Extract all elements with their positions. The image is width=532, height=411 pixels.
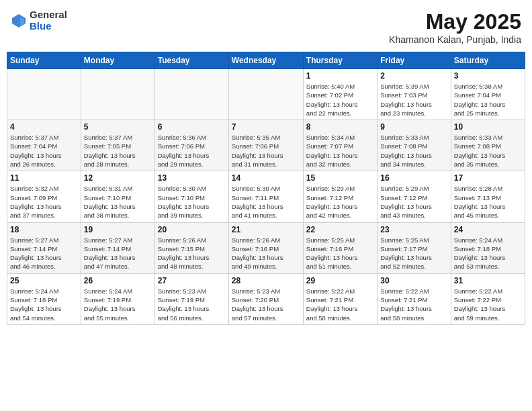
calendar-cell: 7Sunrise: 5:35 AM Sunset: 7:06 PM Daylig… xyxy=(228,120,303,171)
logo-text: General Blue xyxy=(30,9,67,32)
day-info: Sunrise: 5:37 AM Sunset: 7:04 PM Dayligh… xyxy=(10,133,78,169)
day-number: 19 xyxy=(84,225,152,234)
day-info: Sunrise: 5:24 AM Sunset: 7:18 PM Dayligh… xyxy=(454,236,522,271)
weekday-header-friday: Friday xyxy=(378,52,451,69)
day-number: 14 xyxy=(232,173,300,183)
day-info: Sunrise: 5:37 AM Sunset: 7:05 PM Dayligh… xyxy=(84,133,152,169)
day-number: 24 xyxy=(454,225,522,234)
logo-blue-text: Blue xyxy=(30,21,67,32)
day-info: Sunrise: 5:35 AM Sunset: 7:06 PM Dayligh… xyxy=(232,133,300,169)
calendar-cell: 6Sunrise: 5:36 AM Sunset: 7:06 PM Daylig… xyxy=(154,120,228,171)
title-block: May 2025 Khamanon Kalan, Punjab, India xyxy=(389,9,521,45)
day-number: 13 xyxy=(158,173,226,183)
day-info: Sunrise: 5:33 AM Sunset: 7:08 PM Dayligh… xyxy=(454,133,522,169)
calendar-cell: 8Sunrise: 5:34 AM Sunset: 7:07 PM Daylig… xyxy=(303,120,377,171)
calendar-cell: 21Sunrise: 5:26 AM Sunset: 7:16 PM Dayli… xyxy=(228,222,303,273)
weekday-header-row: SundayMondayTuesdayWednesdayThursdayFrid… xyxy=(7,52,525,69)
calendar-cell: 15Sunrise: 5:29 AM Sunset: 7:12 PM Dayli… xyxy=(303,171,377,222)
month-title: May 2025 xyxy=(389,9,521,34)
week-row-2: 4Sunrise: 5:37 AM Sunset: 7:04 PM Daylig… xyxy=(7,120,525,171)
day-info: Sunrise: 5:22 AM Sunset: 7:21 PM Dayligh… xyxy=(380,287,447,322)
calendar-cell: 14Sunrise: 5:30 AM Sunset: 7:11 PM Dayli… xyxy=(228,171,303,222)
calendar-cell: 19Sunrise: 5:27 AM Sunset: 7:14 PM Dayli… xyxy=(81,222,154,273)
calendar-cell: 23Sunrise: 5:25 AM Sunset: 7:17 PM Dayli… xyxy=(378,222,451,273)
day-info: Sunrise: 5:24 AM Sunset: 7:18 PM Dayligh… xyxy=(10,287,78,322)
calendar-cell: 18Sunrise: 5:27 AM Sunset: 7:14 PM Dayli… xyxy=(7,222,81,273)
day-info: Sunrise: 5:36 AM Sunset: 7:06 PM Dayligh… xyxy=(158,133,226,169)
day-info: Sunrise: 5:33 AM Sunset: 7:08 PM Dayligh… xyxy=(380,133,447,169)
weekday-header-saturday: Saturday xyxy=(451,52,525,69)
calendar-cell: 25Sunrise: 5:24 AM Sunset: 7:18 PM Dayli… xyxy=(7,273,81,324)
day-info: Sunrise: 5:29 AM Sunset: 7:12 PM Dayligh… xyxy=(306,184,374,220)
day-info: Sunrise: 5:28 AM Sunset: 7:13 PM Dayligh… xyxy=(454,184,522,220)
calendar-cell: 9Sunrise: 5:33 AM Sunset: 7:08 PM Daylig… xyxy=(378,120,451,171)
week-row-4: 18Sunrise: 5:27 AM Sunset: 7:14 PM Dayli… xyxy=(7,222,525,273)
page-header: General Blue May 2025 Khamanon Kalan, Pu… xyxy=(7,7,525,48)
day-info: Sunrise: 5:23 AM Sunset: 7:20 PM Dayligh… xyxy=(232,287,300,322)
day-number: 22 xyxy=(306,225,374,234)
day-number: 23 xyxy=(380,225,447,234)
calendar-cell: 5Sunrise: 5:37 AM Sunset: 7:05 PM Daylig… xyxy=(81,120,154,171)
calendar-cell: 10Sunrise: 5:33 AM Sunset: 7:08 PM Dayli… xyxy=(451,120,525,171)
logo: General Blue xyxy=(11,9,67,32)
day-info: Sunrise: 5:24 AM Sunset: 7:19 PM Dayligh… xyxy=(84,287,152,322)
calendar-cell: 31Sunrise: 5:22 AM Sunset: 7:22 PM Dayli… xyxy=(451,273,525,324)
day-number: 21 xyxy=(232,225,300,234)
day-number: 5 xyxy=(84,122,152,132)
week-row-5: 25Sunrise: 5:24 AM Sunset: 7:18 PM Dayli… xyxy=(7,273,525,324)
day-number: 20 xyxy=(158,225,226,234)
calendar-cell: 28Sunrise: 5:23 AM Sunset: 7:20 PM Dayli… xyxy=(228,273,303,324)
calendar-cell: 24Sunrise: 5:24 AM Sunset: 7:18 PM Dayli… xyxy=(451,222,525,273)
day-info: Sunrise: 5:23 AM Sunset: 7:19 PM Dayligh… xyxy=(158,287,226,322)
day-number: 6 xyxy=(158,122,226,132)
calendar-cell xyxy=(81,69,154,120)
day-number: 3 xyxy=(454,71,522,81)
day-number: 17 xyxy=(454,173,522,183)
day-number: 25 xyxy=(10,276,78,285)
day-number: 12 xyxy=(84,173,152,183)
calendar-cell: 17Sunrise: 5:28 AM Sunset: 7:13 PM Dayli… xyxy=(451,171,525,222)
weekday-header-sunday: Sunday xyxy=(7,52,81,69)
day-number: 16 xyxy=(380,173,447,183)
day-number: 7 xyxy=(232,122,300,132)
calendar-cell: 16Sunrise: 5:29 AM Sunset: 7:12 PM Dayli… xyxy=(378,171,451,222)
calendar-cell: 1Sunrise: 5:40 AM Sunset: 7:02 PM Daylig… xyxy=(303,69,377,120)
day-number: 28 xyxy=(232,276,300,285)
day-number: 10 xyxy=(454,122,522,132)
day-info: Sunrise: 5:39 AM Sunset: 7:03 PM Dayligh… xyxy=(380,82,447,118)
day-number: 30 xyxy=(380,276,447,285)
calendar-cell: 3Sunrise: 5:38 AM Sunset: 7:04 PM Daylig… xyxy=(451,69,525,120)
day-info: Sunrise: 5:38 AM Sunset: 7:04 PM Dayligh… xyxy=(454,82,522,118)
weekday-header-tuesday: Tuesday xyxy=(154,52,228,69)
calendar-cell xyxy=(7,69,81,120)
day-info: Sunrise: 5:30 AM Sunset: 7:10 PM Dayligh… xyxy=(158,184,226,220)
day-number: 29 xyxy=(306,276,374,285)
day-info: Sunrise: 5:22 AM Sunset: 7:21 PM Dayligh… xyxy=(306,287,374,322)
calendar-cell: 22Sunrise: 5:25 AM Sunset: 7:16 PM Dayli… xyxy=(303,222,377,273)
day-info: Sunrise: 5:22 AM Sunset: 7:22 PM Dayligh… xyxy=(454,287,522,322)
calendar-cell: 29Sunrise: 5:22 AM Sunset: 7:21 PM Dayli… xyxy=(303,273,377,324)
week-row-1: 1Sunrise: 5:40 AM Sunset: 7:02 PM Daylig… xyxy=(7,69,525,120)
calendar-table: SundayMondayTuesdayWednesdayThursdayFrid… xyxy=(7,52,525,325)
day-info: Sunrise: 5:26 AM Sunset: 7:15 PM Dayligh… xyxy=(158,236,226,271)
day-number: 31 xyxy=(454,276,522,285)
day-number: 9 xyxy=(380,122,447,132)
calendar-cell: 11Sunrise: 5:32 AM Sunset: 7:09 PM Dayli… xyxy=(7,171,81,222)
day-number: 8 xyxy=(306,122,374,132)
calendar-cell: 20Sunrise: 5:26 AM Sunset: 7:15 PM Dayli… xyxy=(154,222,228,273)
calendar-cell: 4Sunrise: 5:37 AM Sunset: 7:04 PM Daylig… xyxy=(7,120,81,171)
day-info: Sunrise: 5:34 AM Sunset: 7:07 PM Dayligh… xyxy=(306,133,374,169)
day-info: Sunrise: 5:40 AM Sunset: 7:02 PM Dayligh… xyxy=(306,82,374,118)
day-number: 4 xyxy=(10,122,78,132)
day-number: 26 xyxy=(84,276,152,285)
calendar-cell xyxy=(228,69,303,120)
calendar-cell: 30Sunrise: 5:22 AM Sunset: 7:21 PM Dayli… xyxy=(378,273,451,324)
calendar-cell: 26Sunrise: 5:24 AM Sunset: 7:19 PM Dayli… xyxy=(81,273,154,324)
day-info: Sunrise: 5:31 AM Sunset: 7:10 PM Dayligh… xyxy=(84,184,152,220)
day-info: Sunrise: 5:32 AM Sunset: 7:09 PM Dayligh… xyxy=(10,184,78,220)
day-number: 18 xyxy=(10,225,78,234)
calendar-cell: 13Sunrise: 5:30 AM Sunset: 7:10 PM Dayli… xyxy=(154,171,228,222)
day-info: Sunrise: 5:25 AM Sunset: 7:17 PM Dayligh… xyxy=(380,236,447,271)
day-info: Sunrise: 5:25 AM Sunset: 7:16 PM Dayligh… xyxy=(306,236,374,271)
week-row-3: 11Sunrise: 5:32 AM Sunset: 7:09 PM Dayli… xyxy=(7,171,525,222)
